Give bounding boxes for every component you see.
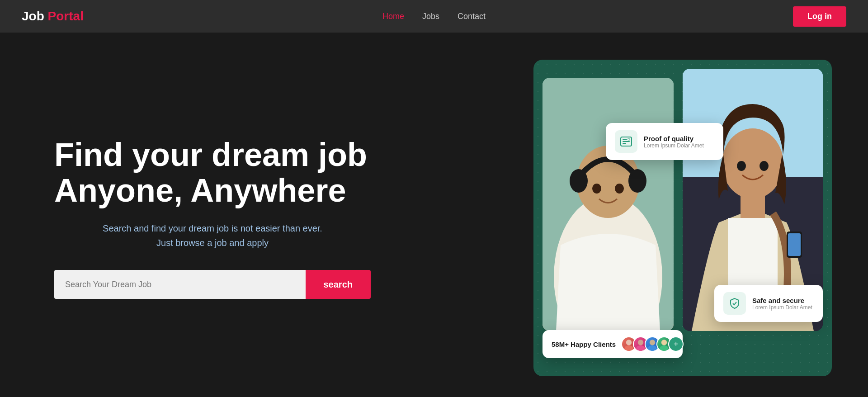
hero-left: Find your dream job Anyone, Anywhere Sea… [54,137,371,299]
svg-point-4 [628,169,646,193]
hero-section: Find your dream job Anyone, Anywhere Sea… [0,33,868,397]
svg-point-26 [648,345,656,352]
header: Job Portal Home Jobs Contact Log in [0,0,868,33]
hero-title: Find your dream job Anyone, Anywhere [54,137,371,208]
nav-jobs[interactable]: Jobs [422,12,439,21]
quality-card: Proof of quality Lorem Ipsum Dolar Amet [606,123,723,160]
svg-point-21 [626,340,632,345]
hero-title-line1: Find your dream job [54,137,367,173]
avatar-more: + [668,336,684,352]
svg-point-6 [615,184,624,194]
svg-point-14 [737,161,746,171]
quality-card-subtitle: Lorem Ipsum Dolar Amet [644,142,704,149]
photo-person-headphones [542,78,674,331]
svg-point-11 [722,128,783,199]
svg-point-5 [592,184,601,194]
secure-card-title: Safe and secure [752,297,812,304]
hero-subtitle: Search and find your dream job is not ea… [54,221,371,250]
svg-point-25 [650,340,655,345]
svg-point-23 [638,340,643,345]
svg-point-22 [624,345,633,352]
navigation: Home Jobs Contact [382,12,486,21]
hero-image-collage: Proof of quality Lorem Ipsum Dolar Amet … [533,60,832,376]
secure-card-subtitle: Lorem Ipsum Dolar Amet [752,304,812,311]
clients-card: 58M+ Happy Clients + [542,330,683,358]
person-image-left [542,78,674,331]
quality-card-title: Proof of quality [644,135,704,142]
search-input[interactable] [54,270,306,299]
svg-point-3 [570,169,588,193]
svg-point-28 [660,345,668,352]
secure-icon [723,292,746,315]
person-silhouette-left [542,78,674,331]
secure-card-text: Safe and secure Lorem Ipsum Dolar Amet [752,297,812,311]
svg-rect-18 [623,141,630,142]
svg-point-27 [661,340,667,345]
svg-rect-17 [623,139,627,140]
svg-rect-19 [623,143,626,144]
quality-card-text: Proof of quality Lorem Ipsum Dolar Amet [644,135,704,149]
client-avatars: + [621,336,684,352]
search-bar: search [54,270,371,299]
secure-card: Safe and secure Lorem Ipsum Dolar Amet [714,285,823,322]
quality-icon [615,130,637,153]
svg-point-24 [636,345,645,352]
search-button[interactable]: search [306,270,371,299]
logo-portal: Portal [48,9,84,23]
svg-rect-13 [788,233,801,256]
svg-rect-9 [728,218,778,286]
logo: Job Portal [22,9,84,24]
login-button[interactable]: Log in [793,6,846,27]
logo-job: Job [22,9,44,23]
hero-title-line2: Anyone, Anywhere [54,172,346,208]
nav-contact[interactable]: Contact [458,12,486,21]
clients-label: 58M+ Happy Clients [552,340,616,348]
svg-point-15 [760,161,769,171]
nav-home[interactable]: Home [382,12,404,21]
